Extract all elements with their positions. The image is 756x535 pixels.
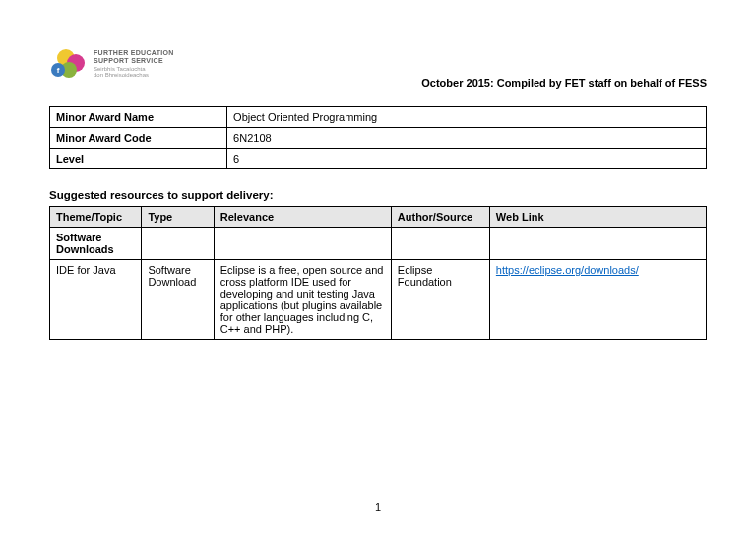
award-info-table: Minor Award Name Object Oriented Program…: [49, 106, 707, 169]
header-relevance: Relevance: [214, 207, 391, 228]
cell-relevance: Eclipse is a free, open source and cross…: [214, 260, 391, 340]
header-compiled-text: October 2015: Compiled by FET staff on b…: [421, 77, 707, 89]
section-title: Suggested resources to support delivery:: [49, 189, 707, 201]
header-author: Author/Source: [391, 207, 489, 228]
table-row: Minor Award Name Object Oriented Program…: [50, 107, 707, 128]
info-label: Minor Award Name: [50, 107, 227, 128]
info-value: Object Oriented Programming: [227, 107, 707, 128]
info-value: 6: [227, 149, 707, 169]
empty-cell: [214, 228, 391, 260]
page-number: 1: [375, 502, 381, 513]
section-label: Software Downloads: [50, 228, 142, 260]
page-header: f FURTHER EDUCATION SUPPORT SERVICE Seir…: [49, 49, 707, 89]
info-label: Level: [50, 149, 227, 169]
logo-line4: don Bhreisoideachas: [94, 72, 174, 79]
header-theme: Theme/Topic: [50, 207, 142, 228]
cell-author: Eclipse Foundation: [391, 260, 489, 340]
cell-link: https://eclipse.org/downloads/: [489, 260, 706, 340]
info-label: Minor Award Code: [50, 128, 227, 149]
table-row: IDE for Java Software Download Eclipse i…: [50, 260, 707, 340]
header-type: Type: [142, 207, 214, 228]
empty-cell: [391, 228, 489, 260]
resources-table: Theme/Topic Type Relevance Author/Source…: [49, 206, 707, 340]
table-row: Minor Award Code 6N2108: [50, 128, 707, 149]
logo-text: FURTHER EDUCATION SUPPORT SERVICE Seirbh…: [94, 49, 174, 79]
logo-icon: f: [49, 49, 89, 79]
logo-line3: Seirbhís Tacaíochta: [94, 66, 174, 73]
web-link[interactable]: https://eclipse.org/downloads/: [496, 264, 639, 276]
table-header-row: Theme/Topic Type Relevance Author/Source…: [50, 207, 707, 228]
section-row: Software Downloads: [50, 228, 707, 260]
info-value: 6N2108: [227, 128, 707, 149]
logo-line1: FURTHER EDUCATION: [94, 49, 174, 57]
cell-type: Software Download: [142, 260, 214, 340]
logo-line2: SUPPORT SERVICE: [94, 57, 174, 65]
header-link: Web Link: [489, 207, 706, 228]
empty-cell: [142, 228, 214, 260]
table-row: Level 6: [50, 149, 707, 169]
cell-theme: IDE for Java: [50, 260, 142, 340]
logo: f FURTHER EDUCATION SUPPORT SERVICE Seir…: [49, 49, 174, 79]
empty-cell: [489, 228, 706, 260]
